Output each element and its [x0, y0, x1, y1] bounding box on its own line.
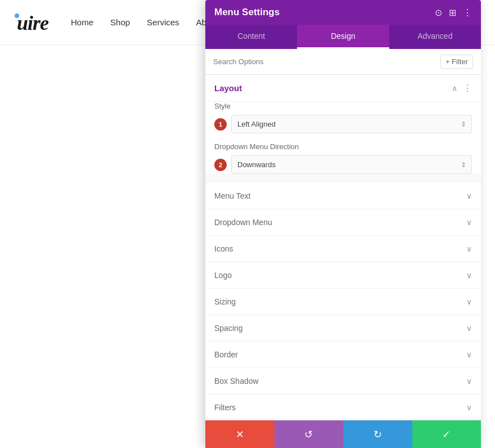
filters-label: Filters — [214, 403, 236, 412]
panel-toolbar: ✕ ↺ ↻ ✓ — [205, 420, 481, 448]
layout-title: Layout — [214, 83, 242, 93]
section-box-shadow[interactable]: Box Shadow ∨ — [205, 368, 481, 395]
logo-chevron: ∨ — [466, 271, 472, 280]
border-chevron: ∨ — [466, 350, 472, 359]
confirm-button[interactable]: ✓ — [412, 420, 482, 448]
icons-chevron: ∨ — [466, 244, 472, 253]
nav-shop[interactable]: Shop — [110, 17, 130, 28]
layout-header[interactable]: Layout ∧ ⋮ — [205, 75, 481, 102]
dropdown-field-group: Dropdown Menu Direction 2 Downwards Upwa… — [205, 142, 481, 174]
reset-icon: ↺ — [304, 428, 313, 441]
icons-label: Icons — [214, 244, 233, 253]
tab-design[interactable]: Design — [297, 25, 389, 49]
redo-button[interactable]: ↻ — [343, 420, 412, 448]
dropdown-menu-label: Dropdown Menu — [214, 218, 272, 227]
search-bar: + Filter — [205, 49, 481, 75]
section-icons[interactable]: Icons ∨ — [205, 236, 481, 262]
filter-button[interactable]: + Filter — [440, 55, 473, 69]
box-shadow-label: Box Shadow — [214, 377, 259, 386]
nav-links: Home Shop Services About — [71, 17, 218, 28]
panel-icon-more[interactable]: ⋮ — [463, 7, 472, 18]
logo-label: Logo — [214, 271, 232, 280]
layout-more[interactable]: ⋮ — [463, 83, 472, 93]
reset-button[interactable]: ↺ — [274, 420, 344, 448]
section-menu-text[interactable]: Menu Text ∨ — [205, 183, 481, 209]
section-spacing[interactable]: Spacing ∨ — [205, 315, 481, 342]
sizing-chevron: ∨ — [466, 297, 472, 306]
section-filters[interactable]: Filters ∨ — [205, 395, 481, 420]
spacing-chevron: ∨ — [466, 324, 472, 333]
style-field-group: Style 1 Left Aligned Center Aligned Righ… — [205, 102, 481, 133]
dropdown-menu-chevron: ∨ — [466, 218, 472, 227]
site-logo: uire — [17, 10, 48, 35]
dropdown-step-badge: 2 — [214, 159, 227, 171]
confirm-icon: ✓ — [442, 428, 451, 441]
panel-icon-target[interactable]: ⊙ — [435, 7, 442, 18]
redo-icon: ↻ — [374, 428, 382, 441]
panel-header: Menu Settings ⊙ ⊞ ⋮ — [205, 0, 481, 25]
tab-content[interactable]: Content — [205, 25, 297, 49]
style-select[interactable]: Left Aligned Center Aligned Right Aligne… — [231, 115, 472, 133]
layout-chevron[interactable]: ∧ — [452, 84, 457, 93]
style-label: Style — [214, 102, 472, 110]
tab-advanced[interactable]: Advanced — [389, 25, 481, 49]
nav-home[interactable]: Home — [71, 17, 93, 28]
filters-chevron: ∨ — [466, 403, 472, 412]
menu-text-chevron: ∨ — [466, 191, 472, 200]
sizing-label: Sizing — [214, 297, 236, 306]
border-label: Border — [214, 350, 238, 359]
panel-tabs: Content Design Advanced — [205, 25, 481, 49]
logo-text: uire — [17, 12, 48, 34]
section-border[interactable]: Border ∨ — [205, 342, 481, 368]
cancel-icon: ✕ — [236, 428, 244, 441]
section-sizing[interactable]: Sizing ∨ — [205, 289, 481, 315]
layout-header-left: Layout — [214, 83, 242, 93]
dropdown-select[interactable]: Downwards Upwards — [231, 155, 472, 174]
panel-title: Menu Settings — [214, 7, 280, 18]
spacing-label: Spacing — [214, 324, 243, 333]
nav-services[interactable]: Services — [147, 17, 179, 28]
style-step-badge: 1 — [214, 118, 227, 131]
dropdown-label: Dropdown Menu Direction — [214, 142, 472, 151]
filter-label: + Filter — [446, 57, 468, 66]
panel-content: Layout ∧ ⋮ Style 1 Left Aligned Center A… — [205, 75, 481, 420]
panel-header-icons: ⊙ ⊞ ⋮ — [435, 7, 472, 18]
box-shadow-chevron: ∨ — [466, 377, 472, 386]
settings-panel: Menu Settings ⊙ ⊞ ⋮ Content Design Advan… — [205, 0, 481, 448]
cancel-button[interactable]: ✕ — [205, 420, 274, 448]
panel-icon-columns[interactable]: ⊞ — [449, 7, 456, 18]
logo-dot — [15, 14, 19, 18]
style-select-wrapper: 1 Left Aligned Center Aligned Right Alig… — [214, 115, 472, 133]
search-input[interactable] — [213, 57, 440, 66]
menu-text-label: Menu Text — [214, 191, 250, 200]
layout-section: Layout ∧ ⋮ Style 1 Left Aligned Center A… — [205, 75, 481, 174]
dropdown-select-wrapper: 2 Downwards Upwards ⇕ — [214, 155, 472, 174]
section-dropdown-menu[interactable]: Dropdown Menu ∨ — [205, 209, 481, 236]
section-logo[interactable]: Logo ∨ — [205, 262, 481, 289]
